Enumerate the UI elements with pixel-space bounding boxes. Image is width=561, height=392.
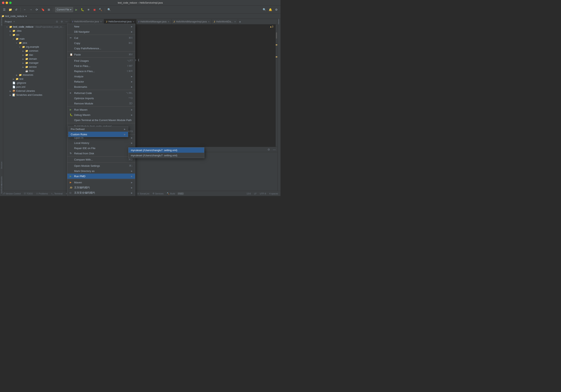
run-pmd-submenu: Pre Defined ▶ Custom Rules ▶	[68, 126, 128, 137]
menu-repair-label: Repair IDE on File	[74, 147, 95, 150]
menu-jd-code[interactable]: JD 京东编码规约 ▶	[67, 185, 135, 190]
menu-replace-label: Replace in Files...	[74, 70, 95, 73]
reformat-shortcut: ⌥⌘L	[126, 92, 133, 94]
menu-run-pmd-label: Run PMD	[74, 175, 85, 178]
menu-db-navigator[interactable]: DB Navigator ▶	[67, 29, 135, 34]
custom-rules-submenu: myruleset (/Users/zhanglu7: setting.xml)…	[128, 147, 204, 158]
find-usages-shortcut: ⌥F7	[127, 59, 133, 62]
menu-maven-label: Maven	[74, 181, 82, 184]
menu-module-settings[interactable]: Open Module Settings ⌘↓	[67, 163, 135, 168]
context-menu: New ▶ DB Navigator ▶ ✂ Cut ⌘X Copy ⌘C Co…	[67, 24, 135, 196]
menu-new[interactable]: New ▶	[67, 24, 135, 29]
run-maven-arrow: ▶	[131, 109, 133, 111]
menu-find-usages-label: Find Usages	[74, 59, 89, 62]
menu-run-pmd[interactable]: ▶ Run PMD ▶	[67, 174, 135, 179]
custom-rule-1[interactable]: myruleset (/Users/zhanglu7: setting.xml)	[129, 148, 204, 153]
menu-bookmarks-label: Bookmarks	[74, 85, 87, 88]
menu-replace-files[interactable]: Replace in Files... ⇧⌘R	[67, 68, 135, 74]
context-menu-overlay[interactable]: New ▶ DB Navigator ▶ ✂ Cut ⌘X Copy ⌘C Co…	[0, 0, 280, 196]
menu-maven[interactable]: ▶ Maven ▶	[67, 180, 135, 185]
settings-shortcut: ⌘↓	[129, 164, 133, 167]
optimize-shortcut: ^^O	[129, 97, 133, 100]
menu-find-files[interactable]: Find in Files... ⇧⌘F	[67, 63, 135, 68]
jd-security-arrow: ▶	[131, 192, 133, 194]
menu-cut[interactable]: ✂ Cut ⌘X	[67, 35, 135, 41]
remove-shortcut: ⌦	[129, 102, 133, 105]
menu-copy-path[interactable]: Copy Path/Reference...	[67, 46, 135, 51]
predefined-label: Pre Defined	[71, 128, 85, 131]
menu-mark-directory[interactable]: Mark Directory as ▶	[67, 168, 135, 174]
menu-mark-dir-label: Mark Directory as	[74, 170, 95, 173]
analyze-arrow: ▶	[131, 75, 133, 77]
menu-optimize-imports[interactable]: Optimize Imports ^^O	[67, 96, 135, 101]
db-arrow: ▶	[131, 31, 133, 33]
menu-local-history[interactable]: Local History ▶	[67, 140, 135, 145]
reload-icon: ↻	[70, 152, 73, 155]
debug-maven-icon: 🐛	[70, 113, 73, 116]
menu-copy-path-label: Copy Path/Reference...	[74, 47, 101, 50]
submenu-custom-rules[interactable]: Custom Rules ▶	[68, 132, 128, 137]
sep9	[67, 163, 135, 163]
menu-debug-maven[interactable]: 🐛 Debug Maven ▶	[67, 112, 135, 118]
submenu-predefined[interactable]: Pre Defined ▶	[68, 126, 128, 132]
paste-shortcut: ⌘V	[129, 53, 133, 56]
menu-cut-label: Cut	[74, 36, 78, 40]
custom-rule-1-label: myruleset (/Users/zhanglu7: setting.xml)	[131, 149, 177, 152]
menu-compare-with[interactable]: Compare With... ⌘D	[67, 157, 135, 162]
menu-remove-label: Remove Module	[74, 102, 93, 105]
predefined-arrow: ▶	[124, 128, 126, 130]
cut-icon: ✂	[70, 36, 73, 39]
new-arrow: ▶	[131, 25, 133, 28]
custom-rule-2-label: myruleset (/Users/zhanglu7: setting.xml)	[131, 154, 177, 157]
menu-refactor[interactable]: Refactor ▶	[67, 79, 135, 84]
menu-paste[interactable]: 📋 Paste ⌘V	[67, 52, 135, 57]
custom-rules-arrow: ▶	[124, 133, 126, 135]
menu-find-usages[interactable]: Find Usages ⌥F7	[67, 58, 135, 63]
jd-arrow: ▶	[131, 186, 133, 189]
menu-compare-label: Compare With...	[74, 158, 93, 161]
menu-remove-module[interactable]: Remove Module ⌦	[67, 101, 135, 106]
cut-shortcut: ⌘X	[129, 36, 133, 39]
custom-rule-2[interactable]: myruleset (/Users/zhanglu7: setting.xml)	[129, 153, 204, 158]
menu-debug-maven-label: Debug Maven	[74, 113, 90, 116]
menu-paste-label: Paste	[74, 53, 81, 56]
compare-shortcut: ⌘D	[129, 158, 133, 161]
sep2	[67, 51, 135, 52]
paste-icon: 📋	[70, 53, 73, 56]
run-pmd-icon: ▶	[70, 175, 73, 178]
open-in-arrow: ▶	[131, 137, 133, 139]
debug-maven-arrow: ▶	[131, 114, 133, 116]
menu-copy-label: Copy	[74, 42, 80, 45]
reformat-icon: ≡	[70, 92, 73, 94]
menu-reload-disk[interactable]: ↻ Reload from Disk	[67, 151, 135, 156]
menu-local-history-label: Local History	[74, 142, 89, 144]
sep1	[67, 35, 135, 35]
menu-bookmarks[interactable]: Bookmarks ▶	[67, 84, 135, 89]
menu-find-files-label: Find in Files...	[74, 65, 90, 67]
jd-security-icon: □	[70, 191, 73, 194]
menu-jd-security[interactable]: □ 京东安全编码规约 ▶	[67, 190, 135, 196]
maven-arrow: ▶	[131, 181, 133, 184]
menu-analyze[interactable]: Analyze ▶	[67, 74, 135, 79]
history-arrow: ▶	[131, 142, 133, 144]
run-maven-icon: ▶	[70, 108, 73, 111]
sep3	[67, 57, 135, 58]
refactor-arrow: ▶	[131, 81, 133, 83]
menu-reload-label: Reload from Disk	[74, 152, 94, 155]
menu-reformat[interactable]: ≡ Reformat Code ⌥⌘L	[67, 90, 135, 96]
menu-repair-ide[interactable]: Repair IDE on File	[67, 145, 135, 151]
menu-sonarlint-item[interactable]: ◎ SonarLint ▶	[67, 196, 135, 196]
replace-shortcut: ⇧⌘R	[126, 70, 133, 73]
menu-copy[interactable]: Copy ⌘C	[67, 41, 135, 46]
mark-dir-arrow: ▶	[131, 170, 133, 172]
menu-optimize-label: Optimize Imports	[74, 97, 94, 100]
custom-rules-label: Custom Rules	[71, 133, 87, 136]
menu-jd-code-label: 京东编码规约	[74, 186, 90, 189]
run-pmd-arrow: ▶	[131, 175, 133, 177]
menu-run-maven[interactable]: ▶ Run Maven ▶	[67, 107, 135, 112]
menu-db-label: DB Navigator	[74, 30, 90, 33]
menu-run-maven-label: Run Maven	[74, 108, 87, 111]
bookmarks-arrow: ▶	[131, 86, 133, 88]
sep10	[67, 179, 135, 179]
menu-open-terminal-maven[interactable]: Open Terminal at the Current Maven Modul…	[67, 118, 135, 123]
